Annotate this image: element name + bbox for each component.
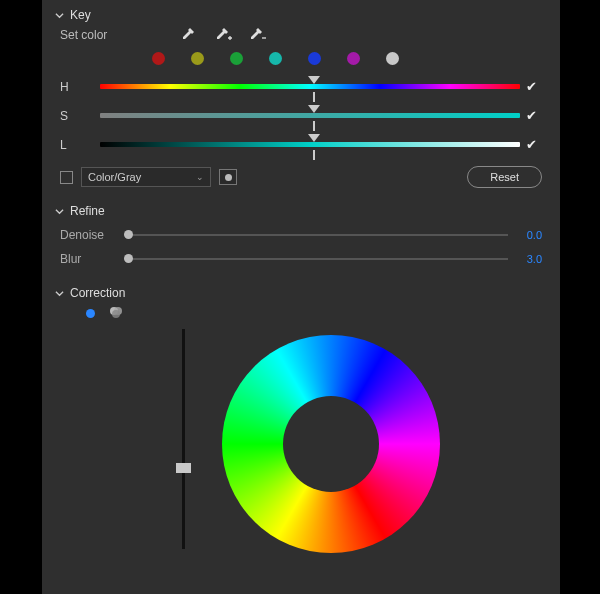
color-swatch[interactable] [269,52,282,65]
colorgray-select-label: Color/Gray [88,171,141,183]
mask-icon[interactable] [219,169,237,185]
denoise-value[interactable]: 0.0 [516,229,542,241]
chevron-down-icon [54,288,64,298]
saturation-thumb[interactable] [308,105,320,113]
color-swatch[interactable] [347,52,360,65]
l-label: L [60,138,100,152]
correction-mode-channels[interactable] [109,306,123,321]
h-label: H [60,80,100,94]
section-key-title: Key [70,8,91,22]
hue-thumb[interactable] [308,76,320,84]
lightness-slider[interactable] [100,138,520,152]
color-wheel[interactable] [222,335,440,553]
correction-vertical-slider[interactable] [182,329,185,549]
s-checkbox[interactable]: ✔ [520,108,542,123]
blur-thumb[interactable] [124,254,133,263]
blur-label: Blur [60,252,120,266]
saturation-slider[interactable] [100,109,520,123]
l-checkbox[interactable]: ✔ [520,137,542,152]
section-key-header[interactable]: Key [54,8,542,22]
colorgray-select[interactable]: Color/Gray ⌄ [81,167,211,187]
denoise-slider[interactable] [128,234,508,236]
section-correction-title: Correction [70,286,125,300]
s-label: S [60,109,100,123]
svg-point-2 [112,310,120,318]
section-refine-header[interactable]: Refine [54,204,542,218]
blur-slider[interactable] [128,258,508,260]
hue-slider[interactable] [100,80,520,94]
correction-mode-color[interactable] [86,309,95,318]
eyedropper-plus-icon[interactable] [214,28,228,42]
chevron-down-icon [54,10,64,20]
h-checkbox[interactable]: ✔ [520,79,542,94]
color-swatch[interactable] [386,52,399,65]
colorgray-checkbox[interactable] [60,171,73,184]
set-color-label: Set color [60,28,118,42]
lightness-thumb[interactable] [308,134,320,142]
correction-vertical-thumb[interactable] [176,463,191,473]
color-swatch[interactable] [308,52,321,65]
reset-button[interactable]: Reset [467,166,542,188]
chevron-down-icon: ⌄ [196,172,204,182]
blur-value[interactable]: 3.0 [516,253,542,265]
section-refine-title: Refine [70,204,105,218]
eyedropper-icon[interactable] [180,28,194,42]
denoise-thumb[interactable] [124,230,133,239]
color-swatch[interactable] [191,52,204,65]
color-swatch[interactable] [152,52,165,65]
color-swatch[interactable] [230,52,243,65]
denoise-label: Denoise [60,228,120,242]
section-correction-header[interactable]: Correction [54,286,542,300]
eyedropper-minus-icon[interactable] [248,28,262,42]
chevron-down-icon [54,206,64,216]
